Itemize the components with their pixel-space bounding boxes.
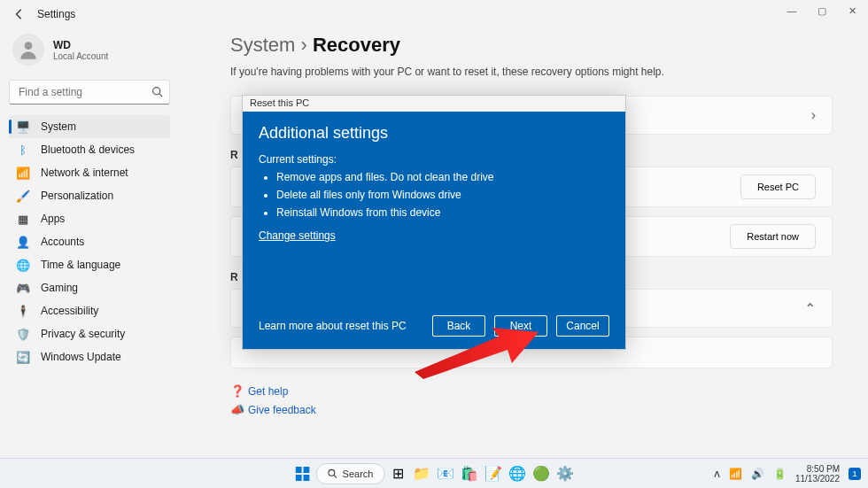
current-settings-label: Current settings: — [259, 153, 609, 166]
apps-icon: ▦ — [16, 212, 30, 226]
sidebar-item-label: Accounts — [41, 236, 84, 248]
sidebar-item-label: Network & internet — [41, 167, 128, 179]
sidebar-item-label: Personalization — [41, 190, 113, 202]
svg-point-0 — [25, 42, 33, 50]
dialog-titlebar: Reset this PC — [243, 96, 625, 112]
sidebar-item-network[interactable]: 📶Network & internet — [9, 161, 170, 184]
chevron-right-icon: › — [811, 107, 816, 123]
volume-icon[interactable]: 🔊 — [751, 468, 764, 480]
user-icon — [17, 38, 40, 61]
svg-line-9 — [334, 476, 337, 478]
person-icon: 👤 — [16, 235, 30, 249]
cancel-button[interactable]: Cancel — [556, 315, 609, 337]
sidebar-item-label: Time & language — [41, 259, 120, 271]
sidebar-item-label: Accessibility — [41, 305, 98, 317]
taskbar-app-notepad[interactable]: 📝 — [483, 463, 504, 484]
taskbar-app-edge[interactable]: 🌐 — [507, 463, 528, 484]
sidebar-item-personalization[interactable]: 🖌️Personalization — [9, 184, 170, 207]
tray-time: 8:50 PM — [795, 464, 840, 474]
gamepad-icon: 🎮 — [16, 281, 30, 295]
close-button[interactable]: ✕ — [843, 5, 861, 17]
sidebar-item-apps[interactable]: ▦Apps — [9, 207, 170, 230]
search-icon — [328, 469, 337, 478]
dialog-heading: Additional settings — [259, 124, 609, 143]
svg-rect-5 — [304, 467, 310, 473]
feedback-icon: 📣 — [230, 403, 248, 416]
user-account-type: Local Account — [53, 51, 108, 61]
svg-point-1 — [153, 88, 160, 95]
give-feedback-link[interactable]: 📣Give feedback — [230, 403, 833, 416]
page-description: If you're having problems with your PC o… — [230, 66, 833, 78]
sidebar-item-accounts[interactable]: 👤Accounts — [9, 230, 170, 253]
taskbar-app-settings[interactable]: ⚙️ — [554, 463, 576, 484]
minimize-button[interactable]: — — [783, 5, 801, 17]
get-help-link[interactable]: ❓Get help — [230, 384, 833, 398]
bluetooth-icon: ᛒ — [16, 143, 30, 157]
sidebar-item-system[interactable]: 🖥️System — [9, 115, 170, 138]
back-button[interactable] — [11, 5, 28, 23]
clock[interactable]: 8:50 PM 11/13/2022 — [795, 464, 840, 484]
sidebar-item-label: Bluetooth & devices — [41, 143, 135, 156]
sidebar-item-time[interactable]: 🌐Time & language — [9, 253, 170, 276]
avatar — [12, 34, 44, 66]
tray-date: 11/13/2022 — [795, 474, 840, 484]
accessibility-icon: 🕴 — [16, 304, 30, 318]
start-button[interactable] — [292, 463, 314, 484]
breadcrumb: System › Recovery — [230, 34, 833, 57]
sidebar-item-label: Windows Update — [41, 351, 121, 363]
sidebar-item-label: Apps — [41, 213, 65, 225]
taskbar-app-store[interactable]: 🛍️ — [459, 463, 480, 484]
list-item: Remove apps and files. Do not clean the … — [276, 171, 609, 183]
system-tray: ʌ 📶 🔊 🔋 8:50 PM 11/13/2022 1 — [714, 464, 861, 484]
titlebar: Settings — ▢ ✕ — [0, 0, 868, 28]
search-box[interactable] — [9, 80, 170, 105]
sidebar-item-accessibility[interactable]: 🕴Accessibility — [9, 299, 170, 322]
breadcrumb-parent[interactable]: System — [230, 34, 295, 56]
tray-chevron-icon[interactable]: ʌ — [714, 468, 720, 480]
reset-pc-button[interactable]: Reset PC — [740, 174, 816, 199]
learn-more-link[interactable]: Learn more about reset this PC — [259, 320, 407, 332]
chevron-up-icon: ⌃ — [804, 300, 816, 317]
maximize-button[interactable]: ▢ — [813, 5, 831, 17]
svg-rect-6 — [296, 475, 302, 481]
wifi-icon[interactable]: 📶 — [729, 468, 742, 480]
battery-icon[interactable]: 🔋 — [773, 468, 787, 480]
taskbar-app-explorer[interactable]: 📁 — [411, 463, 432, 484]
search-icon — [151, 85, 163, 101]
list-item: Reinstall Windows from this device — [276, 206, 609, 219]
wifi-icon: 📶 — [16, 166, 30, 180]
notification-badge[interactable]: 1 — [849, 468, 861, 480]
svg-rect-4 — [296, 467, 302, 473]
arrow-left-icon — [13, 8, 26, 20]
back-button[interactable]: Back — [432, 315, 485, 337]
next-button[interactable]: Next — [494, 315, 547, 337]
sidebar-item-privacy[interactable]: 🛡️Privacy & security — [9, 322, 170, 345]
settings-list: Remove apps and files. Do not clean the … — [259, 171, 609, 224]
sidebar-item-label: Gaming — [41, 282, 78, 294]
reset-pc-dialog: Reset this PC Additional settings Curren… — [242, 95, 626, 350]
restart-now-button[interactable]: Restart now — [730, 224, 816, 249]
taskbar-app-mail[interactable]: 📧 — [435, 463, 456, 484]
sidebar: WD Local Account 🖥️System ᛒBluetooth & d… — [0, 28, 177, 488]
change-settings-link[interactable]: Change settings — [259, 229, 609, 242]
user-profile[interactable]: WD Local Account — [9, 34, 170, 66]
taskbar: Search ⊞ 📁 📧 🛍️ 📝 🌐 🟢 ⚙️ ʌ 📶 🔊 🔋 8:50 PM… — [0, 458, 868, 488]
task-view-button[interactable]: ⊞ — [387, 463, 408, 484]
search-input[interactable] — [9, 80, 170, 105]
list-item: Delete all files only from Windows drive — [276, 189, 609, 201]
system-icon: 🖥️ — [16, 120, 30, 134]
globe-icon: 🌐 — [16, 258, 30, 272]
sidebar-item-bluetooth[interactable]: ᛒBluetooth & devices — [9, 138, 170, 161]
sidebar-item-update[interactable]: 🔄Windows Update — [9, 345, 170, 368]
taskbar-app-chrome[interactable]: 🟢 — [531, 463, 552, 484]
sidebar-item-label: Privacy & security — [41, 328, 125, 340]
svg-point-8 — [329, 469, 335, 476]
taskbar-search[interactable]: Search — [316, 463, 385, 484]
help-icon: ❓ — [230, 384, 248, 398]
window-title: Settings — [37, 8, 75, 20]
svg-rect-7 — [304, 475, 310, 481]
brush-icon: 🖌️ — [16, 189, 30, 203]
shield-icon: 🛡️ — [16, 327, 30, 341]
sidebar-item-label: System — [41, 120, 76, 133]
sidebar-item-gaming[interactable]: 🎮Gaming — [9, 276, 170, 299]
